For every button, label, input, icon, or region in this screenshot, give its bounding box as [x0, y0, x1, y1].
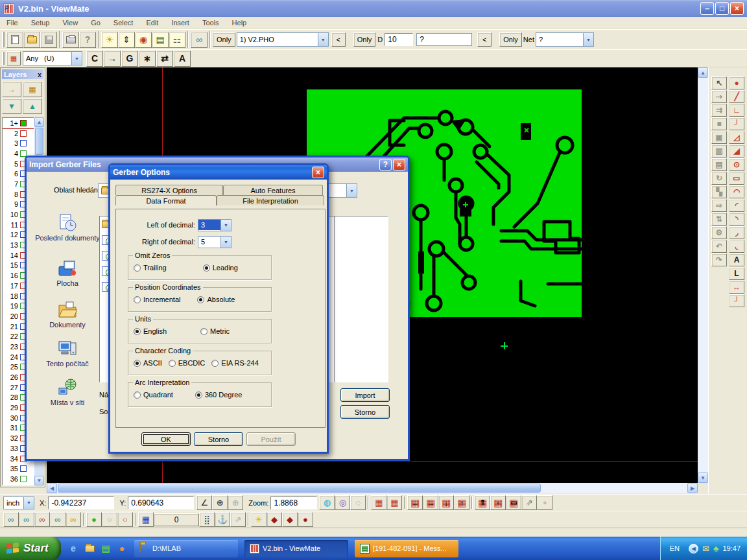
layer-row[interactable]: 3: [3, 138, 34, 148]
draw-curve2-button[interactable]: ◟: [729, 240, 744, 253]
minimize-button[interactable]: –: [700, 2, 714, 15]
view-lines-button[interactable]: ∞: [19, 512, 34, 527]
snap-vector-button[interactable]: ⇗: [230, 512, 246, 527]
flash-mode-button[interactable]: ☀: [251, 512, 267, 527]
tile-view-button[interactable]: ▦: [138, 512, 154, 527]
firefox-icon[interactable]: ●: [116, 542, 128, 554]
chevron-down-icon[interactable]: ▼: [71, 52, 82, 65]
menu-insert[interactable]: Insert: [165, 18, 196, 28]
mirror-vertical-button[interactable]: ▥: [711, 145, 727, 158]
rotate-button[interactable]: ↻: [711, 172, 727, 185]
draw-curve-button[interactable]: ◞: [729, 226, 744, 239]
draw-polyline-button[interactable]: ∟: [729, 104, 744, 117]
flash-highlight-button[interactable]: ☀: [101, 32, 118, 48]
scroll-right-icon[interactable]: ▶: [687, 483, 698, 493]
pan-down-button[interactable]: ▦↓: [438, 495, 454, 510]
ie-icon[interactable]: e: [67, 542, 79, 554]
layer-film-button[interactable]: ▦: [23, 82, 42, 97]
draw-dimension-button[interactable]: ↔: [729, 281, 744, 294]
pad-mode-button[interactable]: ◆: [267, 512, 282, 527]
place-desktop[interactable]: Plocha: [32, 259, 103, 287]
radio-ebcdic[interactable]: [169, 360, 176, 367]
measure-move-button[interactable]: ⇗: [521, 495, 537, 510]
scroll-down-icon[interactable]: ▼: [34, 476, 44, 485]
menu-select[interactable]: Select: [107, 18, 140, 28]
radio-leading[interactable]: [203, 264, 210, 272]
grid-toggle-button[interactable]: ▦: [386, 495, 402, 510]
view-outline-button[interactable]: ∞: [50, 512, 65, 527]
scroll-thumb[interactable]: [58, 484, 541, 493]
grid-dots-button[interactable]: ⣿: [199, 512, 215, 527]
ok-button[interactable]: OK: [141, 432, 191, 446]
chevron-down-icon[interactable]: ▼: [220, 237, 231, 248]
draw-triangle-button[interactable]: ◢: [729, 145, 744, 158]
radio-english[interactable]: [134, 328, 141, 335]
draw-circle-button[interactable]: ⊙: [729, 158, 744, 171]
pointer-button[interactable]: ↖: [711, 76, 727, 89]
prev-net-button[interactable]: <: [477, 32, 492, 47]
toolbar-grip[interactable]: [2, 52, 5, 65]
move-layer-button[interactable]: ⇨: [711, 199, 727, 212]
place-my-computer[interactable]: Tento počítač: [32, 339, 103, 368]
origin-target-button[interactable]: ⊕: [212, 495, 228, 510]
scroll-left-icon[interactable]: ◀: [47, 483, 57, 493]
highlight-on-button[interactable]: ●: [86, 512, 102, 527]
taskbar-task[interactable]: V2.bin - ViewMate: [244, 540, 348, 557]
radio-trailing[interactable]: [134, 264, 141, 272]
aperture-filter-button[interactable]: ▦: [6, 51, 21, 65]
only-dcode-button[interactable]: Only: [353, 32, 376, 47]
options-cancel-button[interactable]: Storno: [194, 432, 243, 446]
layer-color-box[interactable]: [20, 120, 27, 126]
layer-move-down-button[interactable]: ▼: [2, 99, 21, 114]
aperture-connect-tool[interactable]: →: [104, 51, 121, 67]
horizontal-scrollbar[interactable]: ◀ ▶: [47, 483, 698, 493]
move-item-button[interactable]: ⇢: [711, 90, 727, 103]
grid-step-field[interactable]: 0: [154, 513, 199, 526]
window-titlebar[interactable]: V2.bin - ViewMate – □ ×: [0, 0, 747, 17]
zoom-in-button[interactable]: ◍: [319, 495, 335, 510]
menu-file[interactable]: File: [0, 18, 25, 28]
close-button[interactable]: ×: [730, 2, 744, 15]
draw-arc-nw-button[interactable]: ◝: [729, 213, 744, 226]
menu-help[interactable]: Help: [226, 18, 254, 28]
aperture-flash-tool[interactable]: ∗: [139, 51, 156, 67]
scroll-up-icon[interactable]: ▲: [698, 67, 708, 78]
aperture-g-tool[interactable]: G: [121, 51, 138, 67]
dcode-pad-button[interactable]: ◉: [135, 32, 152, 48]
chevron-down-icon[interactable]: ▼: [23, 497, 34, 509]
help-icon[interactable]: ?: [379, 159, 392, 170]
layer-color-box[interactable]: [20, 130, 27, 137]
scroll-thumb[interactable]: [35, 128, 43, 155]
mirror-horizontal-button[interactable]: ▤: [711, 158, 727, 171]
tray-collapse-icon[interactable]: ◀: [689, 544, 698, 554]
measure-height-button[interactable]: ⇕: [118, 32, 135, 48]
draw-angle-button[interactable]: ◿: [729, 131, 744, 144]
radio-metric[interactable]: [200, 328, 208, 335]
dcode-input[interactable]: 10: [385, 33, 413, 46]
new-file-button[interactable]: [6, 32, 23, 48]
pad-s-mode-button[interactable]: ◆: [282, 512, 298, 527]
context-help-button[interactable]: ?: [79, 32, 96, 48]
pan-left-button[interactable]: ▦←: [407, 495, 423, 510]
layer-row[interactable]: 2: [3, 128, 34, 139]
dcode-filter-input[interactable]: ?: [416, 33, 472, 46]
scroll-up-icon[interactable]: ▲: [34, 117, 44, 127]
close-icon[interactable]: ×: [312, 167, 324, 178]
close-icon[interactable]: x: [38, 71, 42, 78]
zoom-window-button[interactable]: ◎: [335, 495, 350, 510]
radio-ascii[interactable]: [134, 360, 141, 367]
layer-color-box[interactable]: [20, 465, 27, 472]
gerber-dialog-titlebar[interactable]: Gerber Options ×: [110, 165, 327, 180]
menu-go[interactable]: Go: [84, 18, 107, 28]
net-combo[interactable]: ? ▼: [536, 32, 594, 47]
undo-button[interactable]: ↶: [711, 240, 727, 253]
print-button[interactable]: [62, 32, 79, 48]
layers-panel-header[interactable]: Layers x: [2, 69, 43, 79]
toolbar-grip[interactable]: [2, 32, 5, 47]
browse-glasses-button[interactable]: ∞: [191, 32, 208, 48]
measure-ruler-button[interactable]: ⚏: [169, 32, 185, 48]
view-filled-button[interactable]: ∞: [34, 512, 50, 527]
tab-file-interpretation[interactable]: File Interpretation: [217, 195, 324, 205]
layer-insert-button[interactable]: →: [2, 82, 21, 97]
film-box-button[interactable]: ▦: [371, 495, 386, 510]
